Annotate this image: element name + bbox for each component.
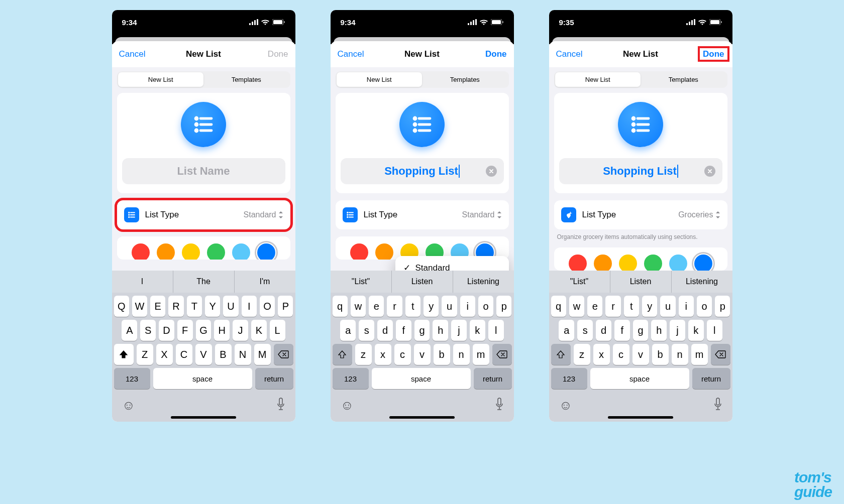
key[interactable]: G: [196, 320, 212, 341]
list-type-row[interactable]: List Type Groceries: [554, 200, 727, 229]
color-swatch[interactable]: [132, 243, 150, 260]
key[interactable]: s: [359, 320, 374, 341]
key[interactable]: g: [414, 320, 430, 341]
key[interactable]: o: [697, 296, 712, 317]
color-picker[interactable]: [117, 236, 290, 260]
color-picker[interactable]: [554, 247, 727, 271]
key[interactable]: i: [679, 296, 694, 317]
key[interactable]: X: [156, 344, 173, 365]
key[interactable]: z: [355, 344, 372, 365]
color-swatch[interactable]: [569, 255, 587, 271]
tab-new-list[interactable]: New List: [337, 72, 423, 87]
key[interactable]: r: [387, 296, 402, 317]
key[interactable]: i: [460, 296, 475, 317]
color-swatch[interactable]: [157, 243, 175, 260]
shift-key[interactable]: [114, 344, 134, 365]
return-key[interactable]: return: [255, 368, 293, 389]
suggestion[interactable]: "List": [331, 271, 392, 293]
key[interactable]: j: [670, 320, 685, 341]
key[interactable]: q: [551, 296, 566, 317]
key[interactable]: f: [396, 320, 411, 341]
suggestion[interactable]: Listening: [453, 271, 514, 293]
emoji-key[interactable]: ☺: [122, 398, 136, 413]
key[interactable]: b: [434, 344, 450, 365]
key[interactable]: d: [596, 320, 611, 341]
segmented-control[interactable]: New List Templates: [117, 71, 290, 88]
key[interactable]: t: [405, 296, 420, 317]
suggestion[interactable]: The: [173, 271, 235, 293]
list-type-row[interactable]: List Type Standard: [117, 200, 290, 229]
key[interactable]: u: [442, 296, 457, 317]
key[interactable]: V: [195, 344, 212, 365]
tab-new-list[interactable]: New List: [118, 72, 204, 87]
key[interactable]: s: [577, 320, 593, 341]
keyboard[interactable]: "List"ListenListeningqwertyuiopasdfghjkl…: [331, 271, 514, 422]
key[interactable]: H: [214, 320, 230, 341]
key[interactable]: f: [614, 320, 630, 341]
cancel-button[interactable]: Cancel: [338, 49, 364, 59]
suggestion[interactable]: Listen: [392, 271, 453, 293]
key[interactable]: w: [569, 296, 584, 317]
suggestion[interactable]: Listening: [672, 271, 732, 293]
list-type-menu[interactable]: ✓StandardGroceriesSmart List: [395, 256, 509, 271]
space-key[interactable]: space: [372, 368, 471, 389]
color-swatch[interactable]: [350, 243, 368, 260]
cancel-button[interactable]: Cancel: [119, 49, 146, 59]
key[interactable]: m: [691, 344, 708, 365]
key[interactable]: M: [254, 344, 271, 365]
key[interactable]: a: [340, 320, 356, 341]
key[interactable]: g: [633, 320, 649, 341]
key[interactable]: J: [233, 320, 248, 341]
key[interactable]: U: [223, 296, 238, 317]
key[interactable]: Y: [205, 296, 220, 317]
key[interactable]: n: [453, 344, 470, 365]
key[interactable]: W: [132, 296, 147, 317]
color-swatch[interactable]: [182, 243, 200, 260]
key[interactable]: d: [377, 320, 393, 341]
key[interactable]: R: [168, 296, 183, 317]
color-swatch[interactable]: [644, 255, 662, 271]
key[interactable]: u: [660, 296, 675, 317]
color-swatch[interactable]: [594, 255, 612, 271]
key[interactable]: r: [605, 296, 620, 317]
key[interactable]: c: [613, 344, 629, 365]
tab-new-list[interactable]: New List: [555, 72, 641, 87]
key[interactable]: e: [369, 296, 384, 317]
key[interactable]: j: [451, 320, 467, 341]
backspace-key[interactable]: [492, 344, 512, 365]
clear-text-button[interactable]: [486, 166, 497, 177]
keyboard[interactable]: "List"ListenListeningqwertyuiopasdfghjkl…: [549, 271, 732, 422]
suggestion[interactable]: I'm: [235, 271, 295, 293]
key[interactable]: Z: [137, 344, 153, 365]
key[interactable]: b: [652, 344, 669, 365]
return-key[interactable]: return: [692, 368, 730, 389]
list-type-row[interactable]: List Type Standard: [336, 200, 509, 229]
key[interactable]: T: [187, 296, 202, 317]
keyboard[interactable]: ITheI'mQWERTYUIOPASDFGHJKLZXCVBNM 123 sp…: [112, 271, 295, 422]
shift-key[interactable]: [333, 344, 352, 365]
suggestion-bar[interactable]: "List"ListenListening: [549, 271, 732, 293]
space-key[interactable]: space: [590, 368, 689, 389]
clear-text-button[interactable]: [704, 166, 715, 177]
backspace-key[interactable]: [711, 344, 730, 365]
key[interactable]: w: [351, 296, 366, 317]
key[interactable]: a: [559, 320, 574, 341]
key[interactable]: K: [251, 320, 267, 341]
key[interactable]: e: [587, 296, 602, 317]
key[interactable]: m: [473, 344, 489, 365]
backspace-key[interactable]: [274, 344, 293, 365]
color-swatch[interactable]: [669, 255, 687, 271]
done-button[interactable]: Done: [485, 49, 507, 59]
dictation-key[interactable]: [276, 398, 285, 413]
done-button[interactable]: Done: [698, 46, 729, 62]
suggestion[interactable]: I: [112, 271, 173, 293]
key[interactable]: p: [496, 296, 511, 317]
color-swatch[interactable]: [619, 255, 637, 271]
key[interactable]: y: [424, 296, 439, 317]
numbers-key[interactable]: 123: [333, 368, 369, 389]
suggestion-bar[interactable]: "List"ListenListening: [331, 271, 514, 293]
return-key[interactable]: return: [474, 368, 512, 389]
key[interactable]: P: [278, 296, 293, 317]
list-name-input[interactable]: List Name: [122, 158, 285, 184]
key[interactable]: h: [433, 320, 448, 341]
